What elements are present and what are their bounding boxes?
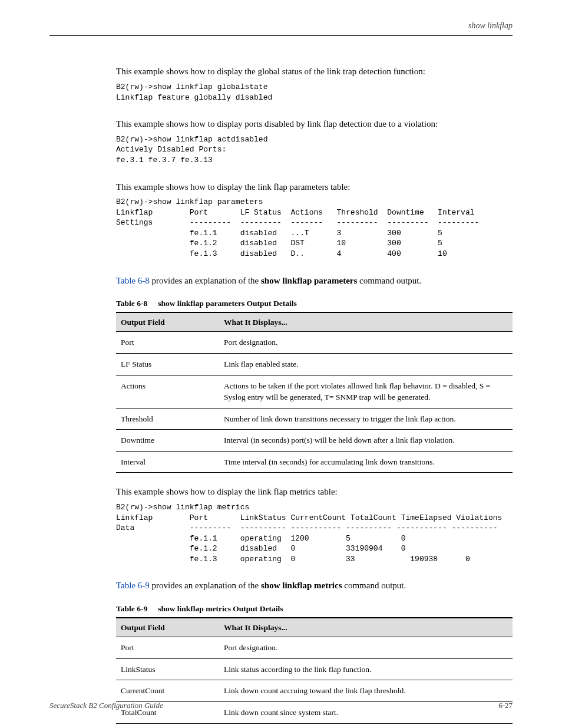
t1-col1-header: Output Field <box>116 312 219 332</box>
main-content: This example shows how to display the gl… <box>49 65 513 728</box>
table-6-8-titletext: show linkflap parameters Output Details <box>158 299 297 308</box>
t1-r2-a: Actions <box>116 375 219 408</box>
t1-r1-b: Link flap enabled state. <box>219 354 513 375</box>
table-row: PortPort designation. <box>116 637 513 659</box>
bold-cmd-metrics: show linkflap metrics <box>261 581 342 590</box>
code-global-status: B2(rw)->show linkflap globalstate Linkfl… <box>116 82 513 103</box>
t2-r1-a: LinkStatus <box>116 658 219 680</box>
t1-r5-b: Time interval (in seconds) for accumulat… <box>219 451 513 473</box>
page-footer: SecureStack B2 Configuration Guide 6-27 <box>49 700 513 711</box>
text-p4b: provides an explanation of the <box>150 276 261 285</box>
table-row: DowntimeInterval (in seconds) port(s) wi… <box>116 430 513 452</box>
t2-col2-header: What It Displays... <box>219 618 513 637</box>
t2-r0-b: Port designation. <box>219 637 513 659</box>
t2-col1-header: Output Field <box>116 618 219 637</box>
table-row: TimeElapsedTime (in seconds) since the l… <box>116 723 513 728</box>
table-row: LF StatusLink flap enabled state. <box>116 354 513 375</box>
table-6-9-title: Table 6-9show linkflap metrics Output De… <box>116 603 513 615</box>
intro-metrics-table: This example shows how to display the li… <box>116 486 513 499</box>
link-table-6-9[interactable]: Table 6-9 <box>116 581 150 590</box>
t1-r2-b: Actions to be taken if the port violates… <box>219 375 513 408</box>
t1-r4-a: Downtime <box>116 430 219 452</box>
table-6-8-title: Table 6-8show linkflap parameters Output… <box>116 298 513 309</box>
t1-r0-b: Port designation. <box>219 332 513 354</box>
page-header: show linkflap <box>49 20 513 36</box>
footer-page-number: 6-27 <box>498 700 513 711</box>
t1-r5-a: Interval <box>116 451 219 473</box>
t2-r1-b: Link status according to the link flap f… <box>219 658 513 680</box>
parameters-table: Output Field What It Displays... PortPor… <box>116 312 513 473</box>
footer-title: SecureStack B2 Configuration Guide <box>49 700 163 711</box>
text-p6d: command output. <box>342 581 406 590</box>
caption-parameters: Table 6-8 provides an explanation of the… <box>116 275 513 288</box>
table-6-8-number: Table 6-8 <box>116 299 147 308</box>
link-table-6-8[interactable]: Table 6-8 <box>116 276 150 285</box>
table-row: LinkStatusLink status according to the l… <box>116 658 513 680</box>
t1-r4-b: Interval (in seconds) port(s) will be he… <box>219 430 513 452</box>
table-6-9-number: Table 6-9 <box>116 604 147 613</box>
t2-r2-b: Link down count accruing toward the link… <box>219 680 513 702</box>
code-parameters: B2(rw)->show linkflap parameters Linkfla… <box>116 197 513 259</box>
table-6-8: Table 6-8show linkflap parameters Output… <box>116 298 513 473</box>
t2-r2-a: CurrentCount <box>116 680 219 702</box>
table-6-9-titletext: show linkflap metrics Output Details <box>158 604 283 613</box>
t2-r4-b: Time (in seconds) since the last link do… <box>219 723 513 728</box>
t1-r3-b: Number of link down transitions necessar… <box>219 408 513 430</box>
t1-col2-header: What It Displays... <box>219 312 513 332</box>
text-p6b: provides an explanation of the <box>150 581 261 590</box>
table-row: IntervalTime interval (in seconds) for a… <box>116 451 513 473</box>
intro-parameters-table: This example shows how to display the li… <box>116 181 513 194</box>
table-row: ActionsActions to be taken if the port v… <box>116 375 513 408</box>
code-metrics: B2(rw)->show linkflap metrics Linkflap P… <box>116 502 513 564</box>
bold-cmd-parameters: show linkflap parameters <box>261 276 357 285</box>
t1-r1-a: LF Status <box>116 354 219 375</box>
code-disabled-ports: B2(rw)->show linkflap actdisabled Active… <box>116 134 513 166</box>
t2-r4-a: TimeElapsed <box>116 723 219 728</box>
intro-global-status: This example shows how to display the gl… <box>116 65 513 78</box>
header-section: show linkflap <box>468 21 513 30</box>
t1-r0-a: Port <box>116 332 219 354</box>
text-p4d: command output. <box>357 276 421 285</box>
t2-r0-a: Port <box>116 637 219 659</box>
table-row: ThresholdNumber of link down transitions… <box>116 408 513 430</box>
caption-metrics: Table 6-9 provides an explanation of the… <box>116 579 513 592</box>
intro-disabled-ports: This example shows how to display ports … <box>116 118 513 131</box>
table-row: PortPort designation. <box>116 332 513 354</box>
t1-r3-a: Threshold <box>116 408 219 430</box>
table-row: CurrentCountLink down count accruing tow… <box>116 680 513 702</box>
